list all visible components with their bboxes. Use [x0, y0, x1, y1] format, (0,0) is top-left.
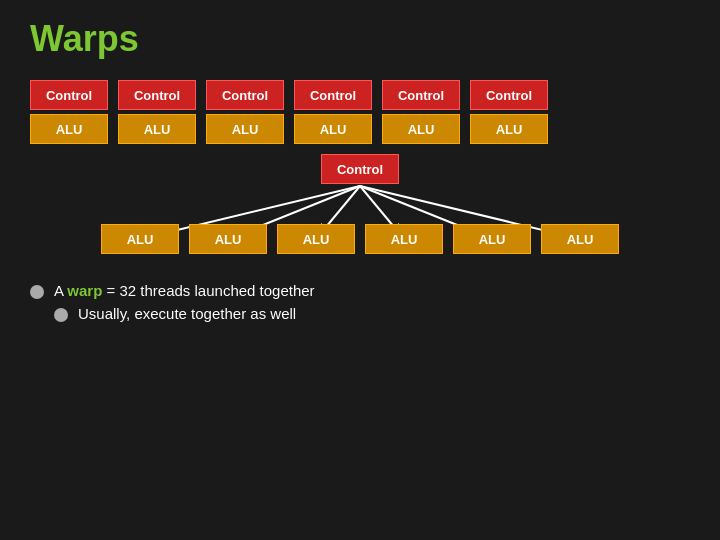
unit-4: Control ALU [294, 80, 372, 144]
alu-box-3: ALU [206, 114, 284, 144]
bottom-alu-row: ALU ALU ALU ALU ALU ALU [101, 224, 619, 254]
bottom-alu-4: ALU [365, 224, 443, 254]
arrows-svg-container: ALU ALU ALU ALU ALU ALU [86, 184, 634, 254]
unit-3: Control ALU [206, 80, 284, 144]
bottom-alu-6: ALU [541, 224, 619, 254]
bullet-1-text: A warp = 32 threads launched together [54, 282, 315, 299]
bullet-2: Usually, execute together as well [54, 305, 690, 322]
alu-box-1: ALU [30, 114, 108, 144]
bottom-alu-1: ALU [101, 224, 179, 254]
warp-highlight: warp [67, 282, 102, 299]
bullet-1: A warp = 32 threads launched together [30, 282, 690, 299]
bottom-alu-3: ALU [277, 224, 355, 254]
bottom-alu-2: ALU [189, 224, 267, 254]
alu-box-4: ALU [294, 114, 372, 144]
alu-box-5: ALU [382, 114, 460, 144]
diagram-area: Control ALU Control ALU Control ALU Cont… [0, 70, 720, 264]
unit-5: Control ALU [382, 80, 460, 144]
bullet-2-text: Usually, execute together as well [78, 305, 296, 322]
alu-box-6: ALU [470, 114, 548, 144]
unit-2: Control ALU [118, 80, 196, 144]
text-section: A warp = 32 threads launched together Us… [0, 282, 720, 322]
control-box-4: Control [294, 80, 372, 110]
control-box-3: Control [206, 80, 284, 110]
page-title: Warps [0, 0, 720, 70]
shared-control-box: Control [321, 154, 399, 184]
control-box-1: Control [30, 80, 108, 110]
control-box-5: Control [382, 80, 460, 110]
control-box-6: Control [470, 80, 548, 110]
top-units-row: Control ALU Control ALU Control ALU Cont… [30, 80, 690, 144]
bullet-dot-2 [54, 308, 68, 322]
bullet-dot-1 [30, 285, 44, 299]
bottom-section: Control [30, 154, 690, 254]
control-box-2: Control [118, 80, 196, 110]
unit-1: Control ALU [30, 80, 108, 144]
bottom-alu-5: ALU [453, 224, 531, 254]
shared-control-wrapper: Control [321, 154, 399, 184]
unit-6: Control ALU [470, 80, 548, 144]
alu-box-2: ALU [118, 114, 196, 144]
